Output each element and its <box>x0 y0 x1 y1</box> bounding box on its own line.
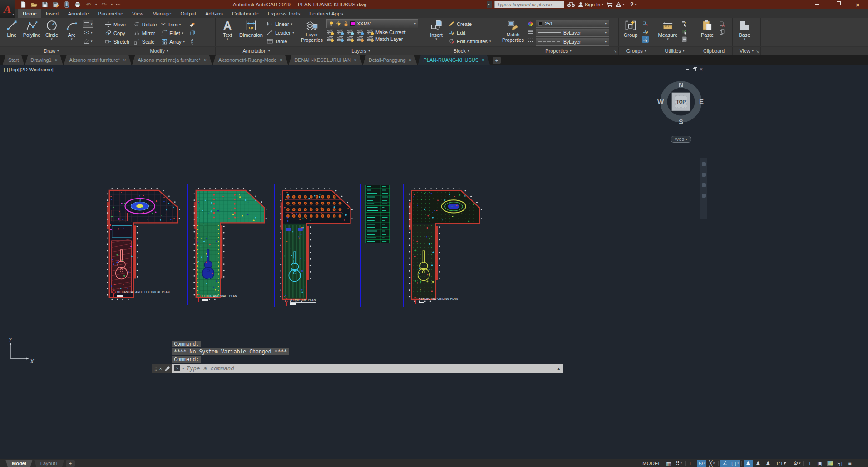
isodraft-icon[interactable]: ╳▾ <box>707 460 716 467</box>
command-prompt-icon[interactable]: > <box>174 365 180 371</box>
group-selection-toggle-icon[interactable] <box>642 36 649 43</box>
undo-caret-icon[interactable]: ▾ <box>95 3 97 6</box>
layer-isolate-icon[interactable] <box>336 29 344 35</box>
clean-screen-icon[interactable]: ◱ <box>835 460 844 467</box>
sign-in-button[interactable]: Sign In▾ <box>578 2 603 7</box>
model-tab[interactable]: Model <box>5 460 33 467</box>
cart-icon[interactable] <box>606 2 613 8</box>
layout1-tab[interactable]: Layout1 <box>34 460 64 467</box>
annotation-visibility-icon[interactable]: ♟ <box>744 460 753 467</box>
rotate-button[interactable]: Rotate <box>133 21 157 28</box>
group-button[interactable]: Group <box>621 19 641 38</box>
graphics-performance-icon[interactable] <box>825 460 834 467</box>
search-input[interactable] <box>494 1 564 8</box>
compass-south[interactable]: S <box>679 118 683 125</box>
drawing-area[interactable]: [-] [Top] [2D Wireframe] × N W E S TOP W… <box>0 65 868 459</box>
arc-button[interactable]: Arc▾ <box>62 19 82 40</box>
tab-close-icon[interactable]: × <box>409 58 412 63</box>
quick-calculator-icon[interactable] <box>681 36 688 43</box>
explode-button[interactable] <box>189 30 196 36</box>
trim-button[interactable]: ✂Trim▾ <box>161 21 185 28</box>
line-button[interactable]: Line <box>2 19 22 38</box>
command-customize-icon[interactable] <box>164 365 170 371</box>
tab-close-icon[interactable]: × <box>55 58 58 63</box>
save-to-mobile-icon[interactable] <box>63 1 70 9</box>
linear-dimension-button[interactable]: Linear▾ <box>266 20 294 27</box>
annotation-autoscale-icon[interactable]: ♟ <box>754 460 763 467</box>
lineweight-icon[interactable] <box>527 29 534 35</box>
tab-close-icon[interactable]: × <box>123 58 126 63</box>
annotation-scale-icon[interactable]: ♟ <box>764 460 773 467</box>
command-input[interactable] <box>187 365 556 372</box>
copy-clip-icon[interactable] <box>719 29 725 35</box>
layer-color-swatch[interactable] <box>350 21 355 26</box>
file-tab-detail-panggung[interactable]: Detail-Panggung× <box>363 55 417 65</box>
snap-mode-icon[interactable]: ⠿▾ <box>674 460 683 467</box>
viewport-menu-control[interactable]: [-] <box>4 67 8 72</box>
help-icon[interactable]: ?▾ <box>630 1 636 8</box>
mirror-button[interactable]: Mirror <box>133 30 157 36</box>
viewport-view-control[interactable]: [Top] <box>9 67 20 72</box>
offset-button[interactable] <box>189 38 196 45</box>
modify-panel-label[interactable]: Modify▾ <box>103 47 216 55</box>
viewport-minimize-icon[interactable] <box>686 69 689 70</box>
annotation-scale-value[interactable]: 1:1▾ <box>774 460 788 467</box>
table-button[interactable]: Table <box>266 38 294 45</box>
command-close-icon[interactable]: × <box>159 366 162 371</box>
new-layout-button[interactable]: + <box>66 460 75 467</box>
ribbon-tab-view[interactable]: View <box>128 9 148 18</box>
minimize-button[interactable] <box>807 0 827 9</box>
app-store-icon[interactable]: ▾ <box>616 2 625 7</box>
ribbon-tab-insert[interactable]: Insert <box>41 9 64 18</box>
linetype-combo[interactable]: ByLayer▾ <box>536 38 609 46</box>
ribbon-tab-featured-apps[interactable]: Featured Apps <box>305 9 348 18</box>
undo-icon[interactable]: ↶ <box>84 1 92 9</box>
compass-north[interactable]: N <box>679 81 684 89</box>
file-tab-plan-ruang-khusus[interactable]: PLAN-RUANG-KHUSUS× <box>418 55 489 65</box>
close-button[interactable]: × <box>848 0 868 9</box>
layer-lock-icon[interactable] <box>343 21 349 26</box>
base-view-button[interactable]: Base▾ <box>735 19 755 40</box>
layer-freeze-icon[interactable] <box>346 29 354 35</box>
command-recent-caret-icon[interactable]: ▾ <box>182 367 184 370</box>
layer-thaw-icon[interactable] <box>336 21 341 26</box>
layer-off-icon[interactable] <box>326 29 334 35</box>
hatch-button[interactable]: ▾ <box>83 38 93 45</box>
grid-display-icon[interactable]: ▦ <box>664 460 673 467</box>
erase-button[interactable] <box>189 21 196 28</box>
rectangle-button[interactable]: ▾ <box>83 20 93 27</box>
file-tab-denah-keseluruhan[interactable]: DENAH-KESELURUHAN× <box>289 55 362 65</box>
properties-expand-icon[interactable]: ↘ <box>614 50 617 54</box>
layer-combo-caret-icon[interactable]: ▾ <box>414 23 416 25</box>
plot-icon[interactable] <box>74 1 81 9</box>
fillet-button[interactable]: Fillet▾ <box>161 30 185 36</box>
leader-button[interactable]: Leader▾ <box>266 29 294 36</box>
isolate-objects-icon[interactable]: ▣ <box>815 460 824 467</box>
create-block-button[interactable]: Create <box>448 20 491 27</box>
scale-button[interactable]: Scale <box>133 38 157 45</box>
layer-select-combo[interactable]: XXMV ▾ <box>326 19 418 28</box>
color-wheel-icon[interactable] <box>527 20 534 27</box>
compass-west[interactable]: W <box>657 98 664 105</box>
restore-button[interactable] <box>827 0 848 9</box>
ribbon-tab-home[interactable]: Home <box>18 9 41 18</box>
ungroup-icon[interactable] <box>642 20 649 27</box>
workspace-switching-icon[interactable]: ⚙▾ <box>792 460 801 467</box>
new-file-icon[interactable] <box>19 1 27 9</box>
select-similar-icon[interactable] <box>681 28 688 35</box>
clipboard-panel-label[interactable]: Clipboard <box>695 47 733 55</box>
ribbon-tab-collaborate[interactable]: Collaborate <box>227 9 263 18</box>
text-button[interactable]: Text▾ <box>217 19 237 40</box>
cut-icon[interactable] <box>719 20 725 27</box>
command-grip-handle[interactable]: ⣿ <box>154 366 158 371</box>
file-tab-start[interactable]: Start <box>3 55 24 65</box>
autocad-logo[interactable]: A▾ <box>0 0 15 18</box>
stretch-button[interactable]: Stretch <box>105 38 129 45</box>
linetype-icon[interactable] <box>527 37 534 44</box>
tab-close-icon[interactable]: × <box>482 58 484 63</box>
layer-unlock-icon[interactable] <box>356 36 364 42</box>
tab-close-icon[interactable]: × <box>204 58 207 63</box>
measure-button[interactable]: Measure▾ <box>656 19 680 40</box>
edit-block-button[interactable]: Edit <box>448 29 491 36</box>
match-layer-button[interactable]: Match Layer <box>366 36 403 42</box>
